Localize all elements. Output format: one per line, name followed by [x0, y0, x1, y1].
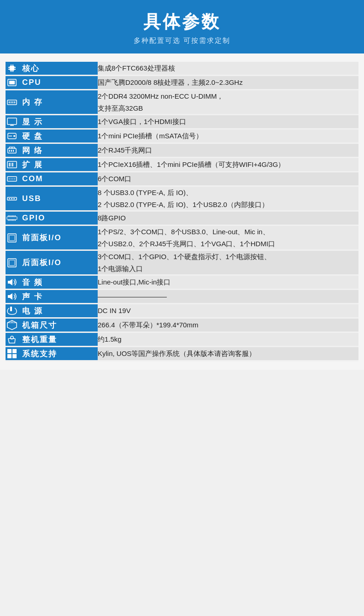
label-text-display: 显 示 — [22, 117, 43, 127]
svg-rect-23 — [9, 150, 10, 152]
svg-rect-65 — [7, 349, 12, 353]
label-cell-audio: 音 频 — [6, 275, 98, 290]
table-row: GPIO 8路GPIO — [6, 211, 358, 225]
svg-rect-56 — [9, 235, 15, 241]
value-cell-front: 1个PS/2、3个COM口、8个USB3.0、Line-out、Mic in、2… — [98, 225, 358, 250]
label-text-hdd: 硬 盘 — [22, 131, 43, 142]
svg-rect-3 — [11, 71, 12, 72]
label-cell-network: 网 络 — [6, 143, 98, 158]
value-cell-display: 1个VGA接口，1个HDMI接口 — [98, 115, 358, 129]
sound-icon — [6, 290, 18, 303]
svg-rect-61 — [10, 307, 12, 311]
svg-rect-25 — [13, 150, 14, 152]
label-cell-core: 核心 — [6, 62, 98, 76]
label-text-soundcard: 声 卡 — [22, 291, 43, 302]
audio-icon — [6, 276, 18, 289]
value-cell-hdd: 1个mini PCIe插槽（mSATA信号） — [98, 129, 358, 143]
svg-rect-10 — [9, 81, 15, 84]
value-cell-power: DC IN 19V — [98, 304, 358, 318]
label-text-weight: 整机重量 — [22, 334, 57, 345]
label-cell-expand: 扩 展 — [6, 158, 98, 172]
table-row: 声 卡 —————————— — [6, 290, 358, 304]
cpu-icon — [6, 76, 18, 89]
label-text-com: COM — [22, 174, 43, 184]
label-cell-memory: 内 存 — [6, 90, 98, 115]
svg-marker-60 — [8, 293, 12, 300]
svg-rect-31 — [9, 163, 11, 166]
chip-icon — [6, 62, 18, 75]
value-cell-chassis: 266.4（不带耳朵）*199.4*70mm — [98, 318, 358, 332]
label-cell-chassis: 机箱尺寸 — [6, 318, 98, 332]
label-cell-com: COM — [6, 172, 98, 186]
svg-rect-14 — [12, 101, 13, 103]
gpio-icon — [6, 212, 18, 225]
display-icon — [6, 115, 18, 128]
label-text-audio: 音 频 — [22, 277, 43, 288]
svg-point-36 — [12, 178, 13, 179]
usb-icon — [6, 192, 18, 205]
value-cell-usb: 8 个USB3.0 (TYPE-A, 后 IO)、2 个USB2.0 (TYPE… — [98, 186, 358, 211]
value-cell-memory: 2个DDR4 3200MHz non-ECC U-DIMM，支持至高32GB — [98, 90, 358, 115]
label-cell-hdd: 硬 盘 — [6, 129, 98, 143]
net-icon — [6, 144, 18, 157]
table-row: 硬 盘 1个mini PCIe插槽（mSATA信号） — [6, 129, 358, 143]
svg-rect-15 — [14, 101, 15, 103]
table-row: 核心 集成8个FTC663处理器核 — [6, 62, 358, 76]
value-cell-soundcard: —————————— — [98, 290, 358, 304]
svg-rect-66 — [12, 349, 17, 353]
value-cell-audio: Line-out接口,Mic-in接口 — [98, 275, 358, 290]
svg-rect-16 — [7, 118, 17, 124]
spec-table: 核心 集成8个FTC663处理器核 CPU 国产飞腾D2000/8 8核处理器，… — [6, 62, 358, 361]
table-row: COM 6个COM口 — [6, 172, 358, 186]
value-cell-core: 集成8个FTC663处理器核 — [98, 62, 358, 76]
label-text-expand: 扩 展 — [22, 160, 43, 170]
table-row: 网 络 2个RJ45千兆网口 — [6, 143, 358, 158]
page-subtitle: 多种配置可选 可按需求定制 — [0, 36, 364, 45]
svg-rect-8 — [14, 69, 16, 70]
svg-point-20 — [13, 135, 15, 137]
value-cell-network: 2个RJ45千兆网口 — [98, 143, 358, 158]
weight-icon — [6, 333, 18, 346]
svg-rect-24 — [11, 150, 12, 152]
table-row: 内 存 2个DDR4 3200MHz non-ECC U-DIMM，支持至高32… — [6, 90, 358, 115]
label-text-usb: USB — [22, 194, 41, 203]
svg-rect-2 — [12, 65, 13, 66]
svg-point-35 — [11, 178, 12, 179]
label-text-power: 电 源 — [22, 306, 43, 316]
table-row: 前面板I/O 1个PS/2、3个COM口、8个USB3.0、Line-out、M… — [6, 225, 358, 250]
svg-rect-12 — [9, 101, 10, 103]
front-icon — [6, 231, 18, 244]
label-cell-display: 显 示 — [6, 115, 98, 129]
page-title: 具体参数 — [0, 10, 364, 34]
value-cell-back: 3个COM口、1个GPIO、1个硬盘指示灯、1个电源按钮、1个电源输入口 — [98, 250, 358, 275]
svg-rect-7 — [14, 67, 16, 68]
value-cell-gpio: 8路GPIO — [98, 211, 358, 225]
value-cell-os: Kylin, UOS等国产操作系统（具体版本请咨询客服） — [98, 347, 358, 361]
label-text-cpu: CPU — [22, 78, 41, 87]
svg-point-34 — [9, 178, 10, 179]
svg-rect-32 — [12, 163, 13, 166]
label-cell-power: 电 源 — [6, 304, 98, 318]
spec-table-container: 核心 集成8个FTC663处理器核 CPU 国产飞腾D2000/8 8核处理器，… — [0, 53, 364, 370]
label-cell-gpio: GPIO — [6, 211, 98, 225]
svg-rect-39 — [9, 198, 10, 199]
svg-rect-0 — [10, 66, 14, 71]
svg-rect-5 — [8, 67, 10, 68]
expand-icon — [6, 158, 18, 171]
svg-rect-40 — [11, 198, 12, 199]
table-row: 扩 展 1个PCIeX16插槽、1个mini PCIe插槽（可支持WIFI+4G… — [6, 158, 358, 172]
table-row: USB 8 个USB3.0 (TYPE-A, 后 IO)、2 个USB2.0 (… — [6, 186, 358, 211]
page-wrapper: 具体参数 多种配置可选 可按需求定制 核心 集成8个FTC663处理器核 CPU — [0, 0, 364, 370]
table-row: 机箱尺寸 266.4（不带耳朵）*199.4*70mm — [6, 318, 358, 332]
header: 具体参数 多种配置可选 可按需求定制 — [0, 0, 364, 53]
com-icon — [6, 172, 18, 185]
label-text-memory: 内 存 — [22, 97, 43, 107]
ram-icon — [6, 96, 18, 109]
svg-rect-42 — [7, 217, 17, 219]
value-cell-com: 6个COM口 — [98, 172, 358, 186]
label-text-network: 网 络 — [22, 145, 43, 156]
value-cell-cpu: 国产飞腾D2000/8 8核处理器，主频2.0~2.3GHz — [98, 76, 358, 90]
label-cell-back: 后面板I/O — [6, 250, 98, 275]
label-text-back: 后面板I/O — [22, 257, 62, 268]
svg-rect-68 — [12, 354, 17, 358]
